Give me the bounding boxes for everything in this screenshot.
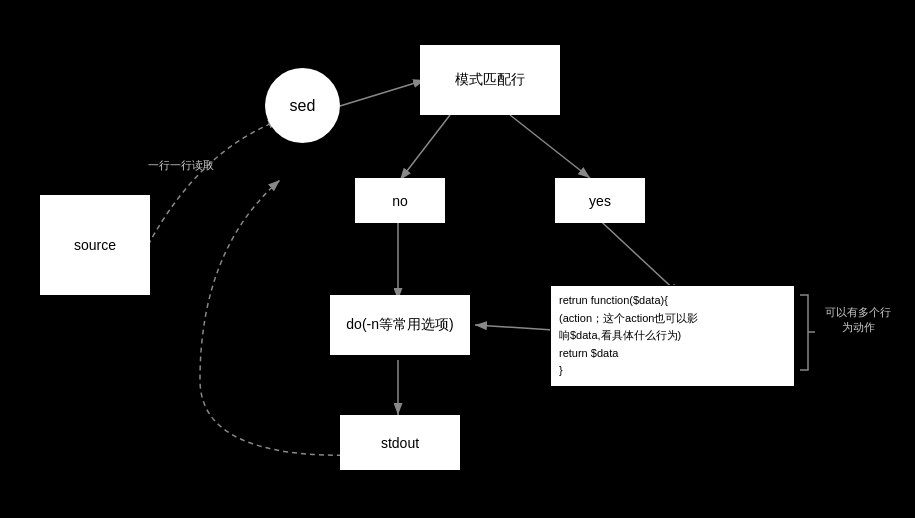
- yes-label: yes: [589, 193, 611, 209]
- svg-line-6: [592, 213, 680, 295]
- do-node: do(-n等常用选项): [330, 295, 470, 355]
- sed-label: sed: [290, 97, 316, 115]
- svg-line-3: [400, 115, 450, 180]
- stdout-node: stdout: [340, 415, 460, 470]
- svg-line-2: [340, 80, 425, 106]
- no-node: no: [355, 178, 445, 223]
- source-node: source: [40, 195, 150, 295]
- svg-line-4: [510, 115, 590, 178]
- code-line5: }: [559, 362, 786, 380]
- code-node: retrun function($data){ (action；这个action…: [550, 285, 795, 387]
- diagram: source sed 模式匹配行 no yes do(-n等常用选项) stdo…: [0, 0, 915, 518]
- pattern-match-label: 模式匹配行: [455, 71, 525, 89]
- code-line4: return $data: [559, 345, 786, 363]
- pattern-match-node: 模式匹配行: [420, 45, 560, 115]
- svg-line-7: [475, 325, 553, 330]
- code-line2: (action；这个action也可以影: [559, 310, 786, 328]
- do-label: do(-n等常用选项): [346, 316, 453, 334]
- read-line-label: 一行一行读取: [148, 158, 214, 173]
- multi-action-label: 可以有多个行为动作: [818, 305, 898, 336]
- stdout-label: stdout: [381, 435, 419, 451]
- code-line1: retrun function($data){: [559, 292, 786, 310]
- yes-node: yes: [555, 178, 645, 223]
- no-label: no: [392, 193, 408, 209]
- source-label: source: [74, 237, 116, 253]
- sed-node: sed: [265, 68, 340, 143]
- code-line3: 响$data,看具体什么行为): [559, 327, 786, 345]
